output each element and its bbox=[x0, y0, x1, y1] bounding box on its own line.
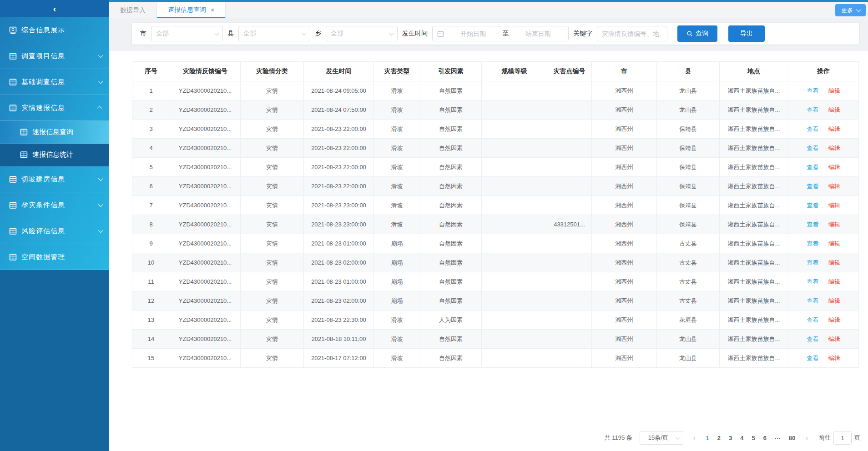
cell-city: 湘西州 bbox=[592, 100, 657, 120]
edit-link[interactable]: 编辑 bbox=[828, 145, 840, 151]
start-date-input[interactable] bbox=[448, 30, 499, 37]
cell-point-code bbox=[547, 349, 592, 368]
cell-disaster-type: 滑坡 bbox=[374, 177, 420, 196]
edit-link[interactable]: 编辑 bbox=[828, 297, 840, 304]
cell-category: 灾情 bbox=[241, 311, 304, 330]
cell-county: 龙山县 bbox=[657, 100, 720, 120]
town-select[interactable]: 全部 bbox=[326, 26, 398, 41]
cell-feedback-code: YZD43000020210... bbox=[170, 81, 241, 100]
view-link[interactable]: 查看 bbox=[807, 240, 818, 247]
keyword-input[interactable] bbox=[597, 26, 667, 41]
page-button[interactable]: 80 bbox=[785, 435, 799, 441]
cell-disaster-type: 滑坡 bbox=[374, 311, 420, 330]
view-link[interactable]: 查看 bbox=[807, 336, 818, 342]
page-button[interactable]: ··· bbox=[771, 435, 785, 441]
cell-county: 保靖县 bbox=[657, 177, 720, 196]
view-link[interactable]: 查看 bbox=[807, 125, 818, 132]
edit-link[interactable]: 编辑 bbox=[828, 125, 840, 132]
cell-feedback-code: YZD43000020210... bbox=[170, 158, 241, 177]
view-link[interactable]: 查看 bbox=[807, 106, 818, 113]
page-button[interactable]: 2 bbox=[713, 435, 725, 441]
sidebar-item-spatial-data[interactable]: 空间数据管理 bbox=[0, 244, 109, 270]
export-button-label: 导出 bbox=[740, 30, 753, 38]
sidebar-item-basic-survey[interactable]: 基础调查信息 bbox=[0, 69, 109, 95]
edit-link[interactable]: 编辑 bbox=[828, 336, 840, 342]
page-size-select[interactable]: 15条/页 bbox=[640, 431, 683, 445]
view-link[interactable]: 查看 bbox=[807, 316, 818, 323]
cell-actions: 查看 编辑 bbox=[788, 158, 859, 177]
page-button[interactable]: 4 bbox=[736, 435, 747, 441]
table-row: 12 YZD43000020210... 灾情 2021-08-23 02:00… bbox=[132, 291, 859, 311]
cell-seq: 13 bbox=[132, 311, 170, 330]
sidebar-subitem-report-stats[interactable]: 速报信息统计 bbox=[0, 144, 109, 166]
edit-link[interactable]: 编辑 bbox=[828, 202, 840, 209]
cell-city: 湘西州 bbox=[592, 139, 657, 158]
cell-cause: 人为因素 bbox=[420, 311, 482, 330]
sidebar-subitem-report-query[interactable]: 速报信息查询 bbox=[0, 121, 109, 144]
county-select[interactable]: 全部 bbox=[238, 26, 310, 41]
page-button[interactable]: 1 bbox=[701, 435, 713, 441]
table-header: 序号 灾险情反馈编号 灾险情分类 发生时间 灾害类型 引发因素 规模等级 灾害点… bbox=[132, 62, 859, 81]
cell-city: 湘西州 bbox=[592, 291, 657, 311]
edit-link[interactable]: 编辑 bbox=[828, 240, 840, 247]
chevron-down-icon bbox=[98, 202, 103, 207]
view-link[interactable]: 查看 bbox=[807, 355, 818, 361]
edit-link[interactable]: 编辑 bbox=[828, 164, 840, 170]
cell-occur-time: 2021-08-23 02:00:00 bbox=[304, 291, 374, 311]
goto-page-input[interactable] bbox=[833, 431, 852, 445]
edit-link[interactable]: 编辑 bbox=[828, 278, 840, 285]
sidebar-item-disaster-report[interactable]: 灾情速报信息 bbox=[0, 95, 109, 121]
cell-county: 保靖县 bbox=[657, 196, 720, 215]
view-link[interactable]: 查看 bbox=[807, 278, 818, 285]
more-button[interactable]: 更多 bbox=[835, 4, 866, 16]
cell-city: 湘西州 bbox=[592, 311, 657, 330]
search-icon bbox=[686, 30, 693, 37]
view-link[interactable]: 查看 bbox=[807, 87, 818, 94]
cell-actions: 查看 编辑 bbox=[788, 196, 859, 215]
cell-location: 湘西土家族苗族自... bbox=[720, 272, 788, 291]
edit-link[interactable]: 编辑 bbox=[828, 316, 840, 323]
city-select[interactable]: 全部 bbox=[151, 26, 223, 41]
page-button[interactable]: 6 bbox=[759, 435, 771, 441]
cell-point-code bbox=[547, 291, 592, 311]
view-link[interactable]: 查看 bbox=[807, 259, 818, 266]
export-button[interactable]: 导出 bbox=[728, 25, 765, 42]
view-link[interactable]: 查看 bbox=[807, 202, 818, 209]
sidebar-item-survey-project[interactable]: 调查项目信息 bbox=[0, 43, 109, 69]
table-icon bbox=[9, 78, 17, 86]
query-button[interactable]: 查询 bbox=[677, 25, 717, 42]
edit-link[interactable]: 编辑 bbox=[828, 355, 840, 361]
edit-link[interactable]: 编辑 bbox=[828, 106, 840, 113]
cell-disaster-type: 滑坡 bbox=[374, 330, 420, 349]
edit-link[interactable]: 编辑 bbox=[828, 259, 840, 266]
view-link[interactable]: 查看 bbox=[807, 183, 818, 190]
next-page-button[interactable]: › bbox=[803, 434, 811, 441]
sidebar-collapse-button[interactable]: ‹ bbox=[0, 0, 109, 17]
city-select-value: 全部 bbox=[156, 30, 214, 38]
sidebar-item-slope-housing[interactable]: 切坡建房信息 bbox=[0, 166, 109, 192]
edit-link[interactable]: 编辑 bbox=[828, 183, 840, 190]
close-icon[interactable]: × bbox=[211, 6, 214, 14]
page-button[interactable]: 5 bbox=[747, 435, 759, 441]
view-link[interactable]: 查看 bbox=[807, 145, 818, 151]
col-occur-time: 发生时间 bbox=[304, 62, 374, 81]
edit-link[interactable]: 编辑 bbox=[828, 221, 840, 228]
tab-report-query[interactable]: 速报信息查询 × bbox=[157, 2, 226, 18]
sidebar-item-overview[interactable]: 综合信息展示 bbox=[0, 17, 109, 43]
sidebar-item-risk-assessment[interactable]: 风险评估信息 bbox=[0, 218, 109, 244]
cell-seq: 12 bbox=[132, 291, 170, 311]
tab-data-import[interactable]: 数据导入 bbox=[109, 2, 157, 18]
more-button-label: 更多 bbox=[841, 6, 853, 15]
page-button[interactable]: 3 bbox=[725, 435, 736, 441]
cell-category: 灾情 bbox=[241, 196, 304, 215]
sidebar-item-hazard-conditions[interactable]: 孕灾条件信息 bbox=[0, 192, 109, 218]
end-date-input[interactable] bbox=[513, 30, 564, 37]
view-link[interactable]: 查看 bbox=[807, 221, 818, 228]
cell-category: 灾情 bbox=[241, 139, 304, 158]
cell-occur-time: 2021-08-23 02:00:00 bbox=[304, 253, 374, 272]
prev-page-button[interactable]: ‹ bbox=[691, 434, 698, 441]
edit-link[interactable]: 编辑 bbox=[828, 87, 840, 94]
view-link[interactable]: 查看 bbox=[807, 297, 818, 304]
date-range-picker[interactable]: 至 bbox=[432, 26, 569, 41]
view-link[interactable]: 查看 bbox=[807, 164, 818, 170]
